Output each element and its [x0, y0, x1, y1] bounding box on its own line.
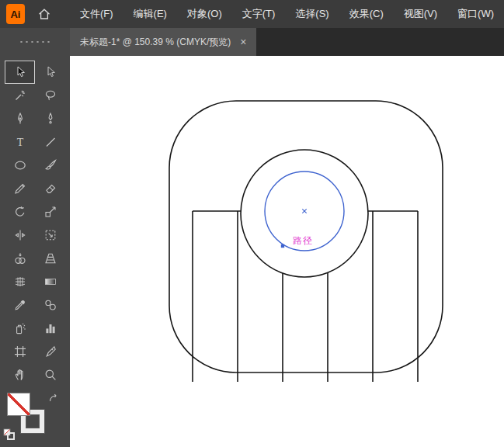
magic-wand-tool[interactable] [5, 84, 35, 107]
smart-guide-path-label: 路径 [293, 234, 313, 248]
illustrator-logo-icon[interactable]: Ai [6, 4, 25, 24]
menu-item-edit[interactable]: 编辑(E) [123, 0, 177, 28]
direct-selection-tool[interactable] [35, 61, 65, 84]
free-transform-tool[interactable] [35, 224, 65, 247]
gradient-tool[interactable] [35, 270, 65, 293]
slice-tool[interactable] [35, 340, 65, 363]
artwork-svg [70, 56, 504, 447]
ellipse-tool[interactable] [5, 154, 35, 177]
scale-tool[interactable] [35, 200, 65, 224]
panel-grip-dots[interactable] [19, 40, 51, 43]
eyedropper-tool[interactable] [5, 293, 35, 317]
menu-item-effect[interactable]: 效果(C) [339, 0, 394, 28]
home-icon[interactable] [36, 5, 53, 23]
mesh-tool[interactable] [5, 270, 35, 293]
illustrator-window: Ai 文件(F) 编辑(E) 对象(O) 文字(T) 选择(S) 效果(C) 视… [0, 0, 504, 447]
column-graph-tool[interactable] [35, 317, 65, 340]
paintbrush-tool[interactable] [35, 154, 65, 177]
hand-tool[interactable] [5, 363, 35, 386]
canvas-area[interactable]: 路径 [70, 56, 504, 447]
document-tab[interactable]: 未标题-1* @ 150.39 % (CMYK/预览) × [70, 28, 256, 56]
menu-item-type[interactable]: 文字(T) [232, 0, 286, 28]
eraser-tool[interactable] [35, 177, 65, 200]
artboard-tool[interactable] [5, 340, 35, 363]
menu-item-window[interactable]: 窗口(W) [447, 0, 504, 28]
menu-bar: Ai 文件(F) 编辑(E) 对象(O) 文字(T) 选择(S) 效果(C) 视… [0, 0, 504, 28]
zoom-tool[interactable] [35, 363, 65, 386]
lasso-tool[interactable] [35, 84, 65, 107]
type-tool[interactable]: T [5, 130, 35, 154]
curvature-tool[interactable] [35, 107, 65, 130]
fill-swatch-none[interactable] [7, 393, 30, 416]
menu-item-object[interactable]: 对象(O) [177, 0, 232, 28]
menu-list: 文件(F) 编辑(E) 对象(O) 文字(T) 选择(S) 效果(C) 视图(V… [70, 0, 504, 28]
menu-item-view[interactable]: 视图(V) [394, 0, 447, 28]
close-tab-icon[interactable]: × [240, 36, 246, 47]
width-tool[interactable] [5, 224, 35, 247]
default-fill-stroke-icon[interactable] [3, 428, 15, 443]
line-segment-tool[interactable] [35, 130, 65, 154]
pen-tool[interactable] [5, 107, 35, 130]
shape-builder-tool[interactable] [5, 247, 35, 270]
menu-item-select[interactable]: 选择(S) [285, 0, 339, 28]
perspective-grid-tool[interactable] [35, 247, 65, 270]
tool-grid: T [0, 61, 70, 386]
menu-item-file[interactable]: 文件(F) [70, 0, 123, 28]
anchor-point [281, 244, 284, 248]
outer-circle[interactable] [241, 150, 368, 277]
rotate-tool[interactable] [5, 200, 35, 224]
selection-tool[interactable] [5, 61, 35, 84]
symbol-sprayer-tool[interactable] [5, 317, 35, 340]
pencil-tool[interactable] [5, 177, 35, 200]
document-tab-title: 未标题-1* @ 150.39 % (CMYK/预览) [80, 36, 231, 49]
svg-text:T: T [16, 137, 23, 148]
swap-fill-stroke-icon[interactable] [48, 393, 58, 407]
blend-tool[interactable] [35, 293, 65, 317]
tools-panel: T [0, 28, 70, 447]
document-tab-bar: 未标题-1* @ 150.39 % (CMYK/预览) × [70, 28, 504, 56]
